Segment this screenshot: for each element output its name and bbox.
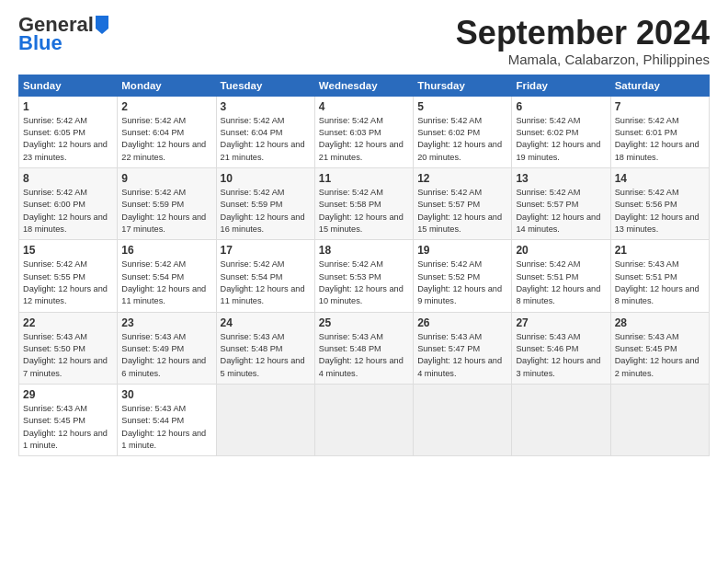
- table-row: 21Sunrise: 5:43 AMSunset: 5:51 PMDayligh…: [610, 240, 709, 312]
- table-row: 17Sunrise: 5:42 AMSunset: 5:54 PMDayligh…: [216, 240, 314, 312]
- month-title: September 2024: [456, 15, 710, 52]
- header-row: Sunday Monday Tuesday Wednesday Thursday…: [19, 75, 710, 96]
- title-block: September 2024 Mamala, Calabarzon, Phili…: [456, 15, 710, 67]
- table-row: 3Sunrise: 5:42 AMSunset: 6:04 PMDaylight…: [216, 96, 314, 167]
- table-row: [610, 385, 709, 456]
- table-row: [314, 385, 413, 456]
- logo-blue: Blue: [18, 31, 63, 55]
- table-row: 11Sunrise: 5:42 AMSunset: 5:58 PMDayligh…: [314, 167, 413, 239]
- table-row: 9Sunrise: 5:42 AMSunset: 5:59 PMDaylight…: [118, 167, 216, 239]
- table-row: 8Sunrise: 5:42 AMSunset: 6:00 PMDaylight…: [19, 167, 118, 239]
- col-wednesday: Wednesday: [314, 75, 413, 96]
- table-row: 29Sunrise: 5:43 AMSunset: 5:45 PMDayligh…: [19, 385, 118, 456]
- table-row: 12Sunrise: 5:42 AMSunset: 5:57 PMDayligh…: [414, 167, 512, 239]
- page: General Blue September 2024 Mamala, Cala…: [0, 0, 728, 465]
- svg-marker-0: [96, 16, 108, 34]
- col-sunday: Sunday: [19, 75, 118, 96]
- table-row: 18Sunrise: 5:42 AMSunset: 5:53 PMDayligh…: [314, 240, 413, 312]
- table-row: 5Sunrise: 5:42 AMSunset: 6:02 PMDaylight…: [414, 96, 512, 167]
- logo: General Blue: [18, 15, 108, 55]
- table-row: 1Sunrise: 5:42 AMSunset: 6:05 PMDaylight…: [19, 96, 118, 167]
- header: General Blue September 2024 Mamala, Cala…: [18, 15, 710, 67]
- table-row: [216, 385, 314, 456]
- calendar-week-2: 8Sunrise: 5:42 AMSunset: 6:00 PMDaylight…: [19, 167, 710, 239]
- calendar-week-4: 22Sunrise: 5:43 AMSunset: 5:50 PMDayligh…: [19, 312, 710, 384]
- col-monday: Monday: [118, 75, 216, 96]
- table-row: 24Sunrise: 5:43 AMSunset: 5:48 PMDayligh…: [216, 312, 314, 384]
- calendar-table: Sunday Monday Tuesday Wednesday Thursday…: [18, 75, 710, 457]
- table-row: 19Sunrise: 5:42 AMSunset: 5:52 PMDayligh…: [414, 240, 512, 312]
- table-row: 25Sunrise: 5:43 AMSunset: 5:48 PMDayligh…: [314, 312, 413, 384]
- table-row: 16Sunrise: 5:42 AMSunset: 5:54 PMDayligh…: [118, 240, 216, 312]
- table-row: 27Sunrise: 5:43 AMSunset: 5:46 PMDayligh…: [512, 312, 610, 384]
- table-row: 10Sunrise: 5:42 AMSunset: 5:59 PMDayligh…: [216, 167, 314, 239]
- subtitle: Mamala, Calabarzon, Philippines: [456, 52, 710, 67]
- table-row: 2Sunrise: 5:42 AMSunset: 6:04 PMDaylight…: [118, 96, 216, 167]
- table-row: 15Sunrise: 5:42 AMSunset: 5:55 PMDayligh…: [19, 240, 118, 312]
- table-row: 4Sunrise: 5:42 AMSunset: 6:03 PMDaylight…: [314, 96, 413, 167]
- table-row: 14Sunrise: 5:42 AMSunset: 5:56 PMDayligh…: [610, 167, 709, 239]
- table-row: 13Sunrise: 5:42 AMSunset: 5:57 PMDayligh…: [512, 167, 610, 239]
- calendar-week-1: 1Sunrise: 5:42 AMSunset: 6:05 PMDaylight…: [19, 96, 710, 167]
- table-row: 28Sunrise: 5:43 AMSunset: 5:45 PMDayligh…: [610, 312, 709, 384]
- calendar-week-5: 29Sunrise: 5:43 AMSunset: 5:45 PMDayligh…: [19, 385, 710, 456]
- table-row: 6Sunrise: 5:42 AMSunset: 6:02 PMDaylight…: [512, 96, 610, 167]
- table-row: 22Sunrise: 5:43 AMSunset: 5:50 PMDayligh…: [19, 312, 118, 384]
- col-tuesday: Tuesday: [216, 75, 314, 96]
- table-row: [414, 385, 512, 456]
- table-row: 30Sunrise: 5:43 AMSunset: 5:44 PMDayligh…: [118, 385, 216, 456]
- col-thursday: Thursday: [414, 75, 512, 96]
- table-row: 23Sunrise: 5:43 AMSunset: 5:49 PMDayligh…: [118, 312, 216, 384]
- logo-icon: [96, 16, 108, 34]
- table-row: 7Sunrise: 5:42 AMSunset: 6:01 PMDaylight…: [610, 96, 709, 167]
- calendar-week-3: 15Sunrise: 5:42 AMSunset: 5:55 PMDayligh…: [19, 240, 710, 312]
- col-friday: Friday: [512, 75, 610, 96]
- col-saturday: Saturday: [610, 75, 709, 96]
- table-row: 20Sunrise: 5:42 AMSunset: 5:51 PMDayligh…: [512, 240, 610, 312]
- table-row: 26Sunrise: 5:43 AMSunset: 5:47 PMDayligh…: [414, 312, 512, 384]
- table-row: [512, 385, 610, 456]
